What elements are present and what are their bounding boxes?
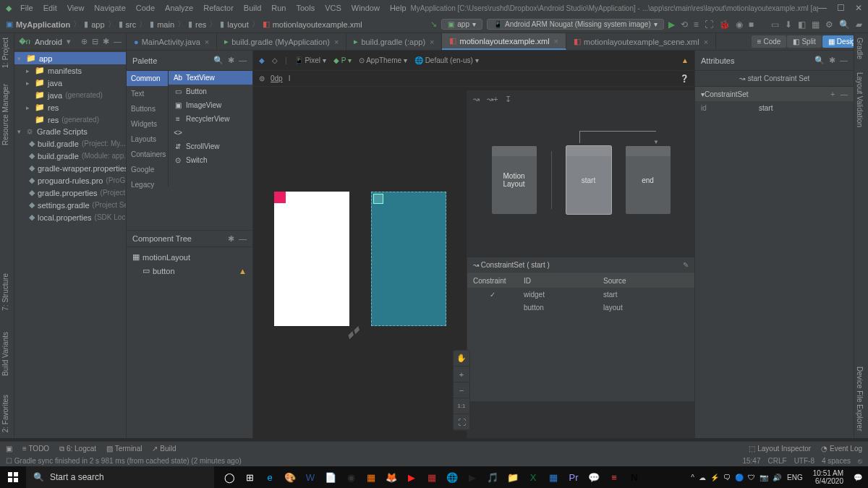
breadcrumb[interactable]: ▮app〉 xyxy=(84,19,115,30)
taskbar-app-icon[interactable]: 🦊 xyxy=(382,468,401,487)
close-button[interactable]: ✕ xyxy=(855,3,862,13)
debug-icon[interactable]: ⟲ xyxy=(681,20,688,30)
editor-tab[interactable]: ●MainActivity.java× xyxy=(127,33,217,50)
taskbar-app-icon[interactable]: 🎵 xyxy=(483,468,502,487)
settings-icon[interactable]: ⚙ xyxy=(825,20,833,30)
avd-icon[interactable]: ▭ xyxy=(771,20,779,30)
resize-handle-icon[interactable]: ▰▰ xyxy=(343,322,362,342)
project-tree[interactable]: ▾📁 app▸📁 manifests▸📁 java📁 java (generat… xyxy=(14,51,126,225)
tool-resource-manager[interactable]: Resource Manager xyxy=(0,80,11,150)
constraint-row[interactable]: ✓widgetstart xyxy=(467,288,694,301)
notif-icon[interactable]: ▣ xyxy=(6,445,12,453)
tool-terminal[interactable]: ▨ Terminal xyxy=(106,445,142,453)
editor-tab[interactable]: ◧motionlayoutexample_scene.xml× xyxy=(566,33,716,50)
add-constraintset-icon[interactable]: ↧ xyxy=(505,95,511,104)
run-button[interactable]: ▶ xyxy=(668,20,675,30)
hide-icon[interactable]: — xyxy=(239,56,247,65)
tool-layout-inspector[interactable]: ⬚ Layout Inspector xyxy=(749,445,811,453)
palette-item[interactable]: ⊙Switch xyxy=(169,153,252,167)
tray-icon[interactable]: 📷 xyxy=(760,474,768,481)
blueprint-preview[interactable] xyxy=(371,192,446,326)
menu-vcs[interactable]: VCS xyxy=(320,2,346,14)
rotate-icon[interactable]: ◇ xyxy=(272,56,278,64)
menu-build[interactable]: Build xyxy=(239,2,265,14)
pan-icon[interactable]: ✋ xyxy=(454,351,469,367)
constraint-row[interactable]: buttonlayout xyxy=(467,301,694,314)
search-icon[interactable]: 🔍 xyxy=(213,56,224,65)
palette-category[interactable]: Buttons xyxy=(127,101,168,116)
button-widget[interactable] xyxy=(274,192,286,203)
tree-item[interactable]: 📁 res (generated) xyxy=(14,114,126,126)
coverage-icon[interactable]: ◉ xyxy=(736,20,743,30)
palette-category[interactable]: Legacy xyxy=(127,177,168,192)
taskbar-clock[interactable]: 10:51 AM 6/4/2020 xyxy=(809,469,848,485)
cursor-icon[interactable]: ◆ xyxy=(259,56,265,64)
taskbar-app-icon[interactable]: 🌐 xyxy=(443,468,461,487)
taskbar-app-icon[interactable]: Pr xyxy=(564,468,583,487)
device-selector[interactable]: 📱Android ARM Nougat (Missing system imag… xyxy=(487,19,664,30)
breadcrumb[interactable]: ▮main〉 xyxy=(150,19,185,30)
transition-arrow[interactable] xyxy=(579,131,656,157)
add-transition-icon[interactable]: ↝+ xyxy=(487,95,498,104)
menu-analyze[interactable]: Analyze xyxy=(161,2,197,14)
layout-icon[interactable]: ▦ xyxy=(812,20,820,30)
taskbar-app-icon[interactable]: 💬 xyxy=(584,468,603,487)
api-dropdown[interactable]: ◆ P ▾ xyxy=(333,56,352,64)
palette-item[interactable]: ≡RecyclerView xyxy=(169,112,252,126)
menu-window[interactable]: Window xyxy=(347,2,384,14)
status-pos[interactable]: 15:47 xyxy=(742,457,760,465)
status-indent[interactable]: 4 spaces xyxy=(822,457,851,465)
palette-category[interactable]: Text xyxy=(127,86,168,101)
attach-icon[interactable]: ◧ xyxy=(798,20,806,30)
tree-item[interactable]: ◆ local.properties (SDK Loc... xyxy=(14,211,126,223)
editor-tab[interactable]: ▸build.gradle (MyApplication)× xyxy=(217,33,346,50)
tree-item[interactable]: ◆ gradle.properties (Project... xyxy=(14,187,126,199)
motion-graph[interactable]: Motion Layout start end xyxy=(467,108,694,252)
tool-logcat[interactable]: ⧉ 6: Logcat xyxy=(59,445,96,453)
component-tree-item[interactable]: ▦motionLayout xyxy=(129,250,250,264)
add-attr-icon[interactable]: + xyxy=(830,90,835,98)
tree-item[interactable]: ◆ build.gradle (Project: My... xyxy=(14,137,126,150)
palette-category[interactable]: Widgets xyxy=(127,116,168,132)
attr-row[interactable]: id start xyxy=(695,101,854,114)
taskbar-app-icon[interactable]: 📄 xyxy=(321,468,340,487)
menu-code[interactable]: Code xyxy=(132,2,159,14)
edit-icon[interactable]: ✎ xyxy=(683,261,689,269)
tool-layout-validation[interactable]: Layout Validation xyxy=(854,68,865,132)
taskbar-app-icon[interactable]: ▶ xyxy=(463,468,482,487)
hide-icon[interactable]: — xyxy=(239,234,247,244)
menu-file[interactable]: File xyxy=(16,2,38,14)
taskbar-app-icon[interactable]: ≡ xyxy=(605,468,624,487)
minimize-button[interactable]: — xyxy=(818,3,827,13)
breadcrumb[interactable]: ▮layout〉 xyxy=(220,19,259,30)
notif-icon[interactable]: ▰ xyxy=(856,20,862,30)
menu-edit[interactable]: Edit xyxy=(39,2,61,14)
breadcrumb[interactable]: ▮res〉 xyxy=(188,19,217,30)
start-button[interactable] xyxy=(0,466,26,488)
tree-item[interactable]: ▸📁 java xyxy=(14,77,126,89)
component-tree-item[interactable]: ▭button▲ xyxy=(129,264,250,278)
tree-item[interactable]: 📁 java (generated) xyxy=(14,89,126,101)
hide-icon[interactable]: — xyxy=(114,37,122,46)
taskbar-app-icon[interactable]: 🎨 xyxy=(281,468,299,487)
breadcrumb[interactable]: ▣MyApplication〉 xyxy=(6,19,81,30)
taskbar-app-icon[interactable]: N xyxy=(625,468,644,487)
warning-icon[interactable]: ▲ xyxy=(681,56,689,64)
gear-icon[interactable]: ✱ xyxy=(103,37,109,46)
taskbar-app-icon[interactable]: ▦ xyxy=(422,468,441,487)
taskbar-app-icon[interactable]: ◯ xyxy=(220,468,239,487)
tray-icon[interactable]: ☁ xyxy=(699,474,706,481)
apply-icon[interactable]: ≡ xyxy=(694,20,699,30)
palette-item[interactable]: AbTextView xyxy=(169,71,252,85)
tree-item[interactable]: ▾⛭ Gradle Scripts xyxy=(14,126,126,137)
tray-icon[interactable]: ^ xyxy=(691,474,694,481)
taskbar-app-icon[interactable]: ▦ xyxy=(544,468,563,487)
system-tray[interactable]: ^☁⚡🗨🔵🛡📷🔊 ENG 10:51 AM 6/4/2020 💬 xyxy=(685,469,868,485)
tray-icon[interactable]: 🗨 xyxy=(723,474,731,481)
device-dropdown[interactable]: 📱 Pixel ▾ xyxy=(294,56,326,64)
module-selector[interactable]: ▣app▾ xyxy=(441,19,482,30)
taskbar-app-icon[interactable]: e xyxy=(260,468,279,487)
zoom-out-button[interactable]: − xyxy=(454,382,469,398)
sdk-icon[interactable]: ⬇ xyxy=(785,20,792,30)
tray-icon[interactable]: 🔵 xyxy=(735,474,744,481)
